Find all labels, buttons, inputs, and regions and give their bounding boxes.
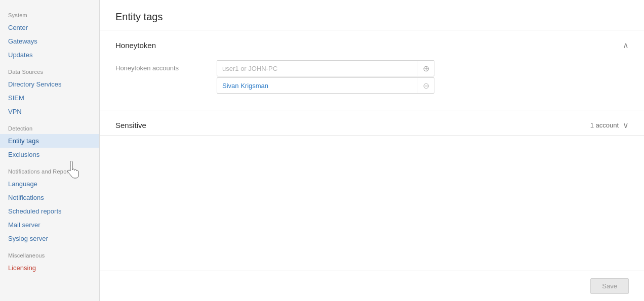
add-account-button[interactable]: ⊕	[418, 61, 434, 76]
save-button[interactable]: Save	[590, 278, 629, 294]
honeytoken-accounts-label: Honeytoken accounts	[115, 60, 207, 72]
honeytoken-section-header[interactable]: Honeytoken ∧	[115, 30, 629, 55]
remove-account-button[interactable]: ⊖	[418, 78, 434, 93]
sidebar-section-notifications-reports: Notifications and Reports	[0, 161, 99, 177]
sensitive-chevron-down-icon: ∨	[623, 120, 629, 130]
honeytoken-title: Honeytoken	[115, 41, 156, 50]
sensitive-title: Sensitive	[115, 121, 146, 130]
honeytoken-account-input[interactable]	[217, 61, 418, 76]
sensitive-expand[interactable]: 1 account ∨	[590, 120, 629, 130]
sensitive-summary-text: 1 account	[590, 121, 619, 129]
remove-icon: ⊖	[423, 81, 429, 91]
honeytoken-collapse[interactable]: ∧	[623, 40, 629, 50]
sidebar-item-siem[interactable]: SIEM	[0, 91, 99, 105]
sensitive-section-header[interactable]: Sensitive 1 account ∨	[115, 110, 629, 135]
sidebar-item-updates[interactable]: Updates	[0, 48, 99, 62]
sidebar-item-language[interactable]: Language	[0, 177, 99, 191]
sidebar-item-notifications[interactable]: Notifications	[0, 191, 99, 204]
sidebar-item-directory-services[interactable]: Directory Services	[0, 77, 99, 91]
sidebar-section-detection: Detection	[0, 118, 99, 134]
sidebar-item-mail-server[interactable]: Mail server	[0, 218, 99, 232]
sidebar-item-entity-tags[interactable]: Entity tags	[0, 134, 99, 148]
footer-bar: Save	[100, 271, 644, 301]
sidebar-item-exclusions[interactable]: Exclusions	[0, 148, 99, 161]
honeytoken-accounts-row: Honeytoken accounts ⊕	[115, 60, 629, 95]
sidebar-item-scheduled-reports[interactable]: Scheduled reports	[0, 204, 99, 218]
sidebar-item-gateways[interactable]: Gateways	[0, 34, 99, 48]
honeytoken-input-placeholder-row: ⊕	[217, 60, 434, 76]
page-title: Entity tags	[115, 11, 163, 22]
sidebar: System Center Gateways Updates Data Sour…	[0, 0, 100, 301]
honeytoken-entry-sivan-input[interactable]	[217, 78, 418, 93]
main-content: Entity tags Honeytoken ∧ Honeytoken acco…	[100, 0, 644, 301]
sidebar-section-system: System	[0, 5, 99, 21]
sidebar-item-center[interactable]: Center	[0, 21, 99, 34]
honeytoken-accounts-inputs: ⊕ ⊖	[217, 60, 434, 95]
honeytoken-section-body: Honeytoken accounts ⊕	[115, 55, 629, 110]
sidebar-section-datasources: Data Sources	[0, 62, 99, 77]
honeytoken-entry-sivan-row: ⊖	[217, 77, 434, 94]
honeytoken-chevron-up-icon: ∧	[623, 40, 629, 50]
page-header: Entity tags	[100, 0, 644, 30]
sensitive-section: Sensitive 1 account ∨	[100, 110, 644, 136]
content-area: Honeytoken ∧ Honeytoken accounts ⊕	[100, 30, 644, 271]
sidebar-item-syslog-server[interactable]: Syslog server	[0, 232, 99, 245]
sidebar-section-miscellaneous: Miscellaneous	[0, 245, 99, 261]
sidebar-item-licensing[interactable]: Licensing	[0, 261, 99, 275]
add-icon: ⊕	[423, 64, 429, 73]
sidebar-item-vpn[interactable]: VPN	[0, 105, 99, 118]
honeytoken-section: Honeytoken ∧ Honeytoken accounts ⊕	[100, 30, 644, 110]
